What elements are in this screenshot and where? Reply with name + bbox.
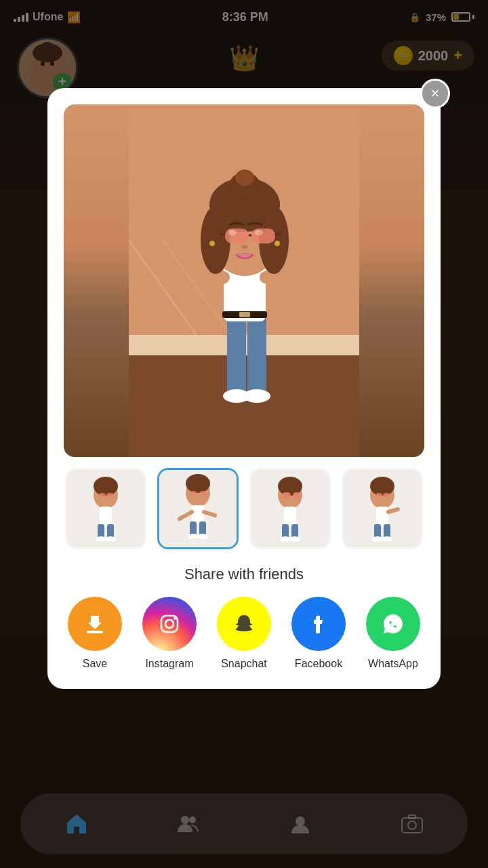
svg-rect-11 (227, 315, 246, 396)
svg-rect-74 (282, 492, 291, 498)
share-title: Share with friends (64, 566, 424, 583)
svg-point-83 (382, 536, 392, 542)
thumbnail-4[interactable] (342, 468, 423, 549)
thumbnail-1[interactable] (65, 468, 146, 549)
svg-point-82 (372, 536, 383, 542)
svg-point-72 (280, 536, 291, 542)
svg-rect-47 (100, 507, 112, 527)
avatar-display (64, 104, 424, 457)
save-label: Save (83, 658, 107, 670)
svg-point-31 (235, 170, 254, 186)
svg-point-50 (96, 536, 106, 542)
svg-line-24 (302, 282, 312, 286)
share-section: Share with friends Save (47, 560, 441, 689)
svg-point-89 (165, 620, 174, 628)
svg-line-86 (388, 509, 398, 512)
modal-overlay: × (0, 0, 488, 868)
svg-point-56 (186, 474, 210, 493)
svg-rect-87 (87, 631, 103, 633)
svg-rect-57 (192, 505, 204, 524)
snapchat-button[interactable]: Snapchat (217, 597, 271, 670)
facebook-label: Facebook (295, 658, 342, 670)
whatsapp-label: WhatsApp (368, 658, 418, 670)
close-icon: × (431, 85, 440, 102)
svg-point-39 (241, 245, 248, 249)
svg-point-73 (289, 536, 300, 542)
instagram-button[interactable]: Instagram (142, 597, 197, 670)
close-button[interactable]: × (420, 79, 450, 108)
svg-rect-85 (383, 493, 390, 498)
snapchat-icon (217, 597, 271, 651)
svg-point-38 (255, 230, 263, 235)
instagram-label: Instagram (145, 658, 193, 670)
thumbnail-2[interactable] (157, 468, 239, 549)
svg-rect-69 (284, 507, 296, 527)
svg-rect-75 (293, 492, 302, 498)
facebook-button[interactable]: Facebook (291, 597, 346, 670)
save-icon (68, 597, 122, 651)
svg-point-41 (274, 241, 280, 246)
svg-point-46 (94, 477, 118, 496)
svg-rect-79 (376, 507, 388, 527)
whatsapp-button[interactable]: WhatsApp (366, 597, 420, 670)
svg-rect-52 (99, 493, 106, 498)
thumbnail-3[interactable] (249, 468, 331, 549)
svg-point-78 (370, 477, 394, 496)
svg-point-62 (188, 534, 199, 539)
svg-point-16 (243, 389, 270, 403)
svg-rect-84 (375, 493, 382, 498)
svg-point-37 (228, 230, 237, 235)
thumbnail-strip (47, 468, 441, 560)
svg-point-63 (197, 534, 208, 539)
svg-rect-32 (225, 229, 249, 243)
svg-rect-12 (247, 315, 266, 396)
avatar-svg (129, 104, 359, 457)
share-buttons: Save Instagram (64, 597, 424, 670)
svg-point-51 (105, 536, 116, 542)
svg-rect-33 (251, 229, 275, 243)
svg-rect-64 (190, 491, 197, 496)
instagram-icon (142, 597, 197, 651)
svg-point-40 (209, 241, 215, 246)
svg-rect-65 (199, 491, 206, 496)
share-modal: × (47, 88, 441, 689)
svg-rect-19 (239, 312, 250, 317)
facebook-icon (291, 597, 346, 651)
whatsapp-icon (366, 597, 420, 651)
snapchat-label: Snapchat (221, 658, 267, 670)
svg-rect-53 (106, 493, 113, 498)
svg-point-90 (174, 617, 176, 620)
save-button[interactable]: Save (68, 597, 122, 670)
